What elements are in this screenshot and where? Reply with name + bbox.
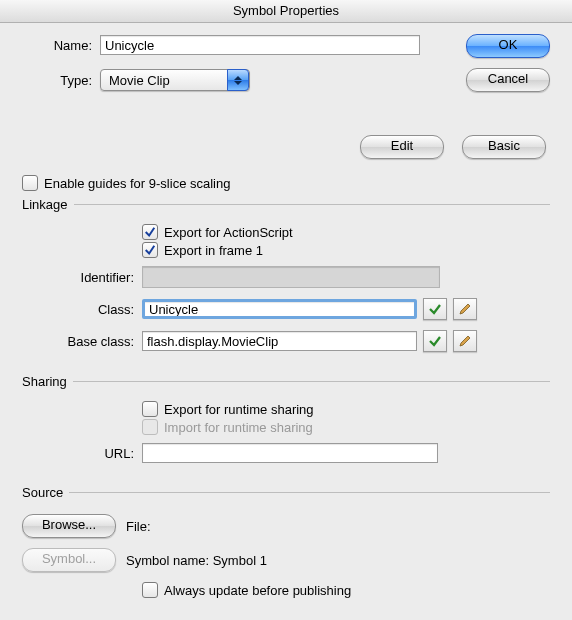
type-popup-value: Movie Clip <box>109 73 170 88</box>
enable-9slice-label: Enable guides for 9-slice scaling <box>44 176 230 191</box>
divider <box>74 204 550 205</box>
cancel-button[interactable]: Cancel <box>466 68 550 92</box>
class-validate-button[interactable] <box>423 298 447 320</box>
export-runtime-checkbox[interactable] <box>142 401 158 417</box>
symbol-button: Symbol... <box>22 548 116 572</box>
name-input[interactable] <box>100 35 420 55</box>
divider <box>73 381 550 382</box>
class-input[interactable] <box>142 299 417 319</box>
type-popup[interactable]: Movie Clip <box>100 69 250 91</box>
identifier-input <box>142 266 440 288</box>
identifier-label: Identifier: <box>22 270 142 285</box>
baseclass-validate-button[interactable] <box>423 330 447 352</box>
baseclass-label: Base class: <box>22 334 142 349</box>
linkage-group-label: Linkage <box>22 197 68 212</box>
export-frame1-checkbox[interactable] <box>142 242 158 258</box>
always-update-checkbox[interactable] <box>142 582 158 598</box>
export-actionscript-checkbox[interactable] <box>142 224 158 240</box>
import-runtime-checkbox <box>142 419 158 435</box>
export-actionscript-label: Export for ActionScript <box>164 225 293 240</box>
import-runtime-label: Import for runtime sharing <box>164 420 313 435</box>
symbolname-label: Symbol name: Symbol 1 <box>126 553 267 568</box>
sharing-group-label: Sharing <box>22 374 67 389</box>
class-edit-button[interactable] <box>453 298 477 320</box>
baseclass-edit-button[interactable] <box>453 330 477 352</box>
ok-button[interactable]: OK <box>466 34 550 58</box>
pencil-icon <box>458 334 472 348</box>
basic-button[interactable]: Basic <box>462 135 546 159</box>
edit-button[interactable]: Edit <box>360 135 444 159</box>
divider <box>69 492 550 493</box>
export-runtime-label: Export for runtime sharing <box>164 402 314 417</box>
url-label: URL: <box>22 446 142 461</box>
url-input[interactable] <box>142 443 438 463</box>
always-update-label: Always update before publishing <box>164 583 351 598</box>
baseclass-input[interactable] <box>142 331 417 351</box>
check-icon <box>428 302 442 316</box>
type-label: Type: <box>22 73 100 88</box>
popup-arrows-icon <box>227 69 249 91</box>
pencil-icon <box>458 302 472 316</box>
name-label: Name: <box>22 38 100 53</box>
export-frame1-label: Export in frame 1 <box>164 243 263 258</box>
file-label: File: <box>126 519 151 534</box>
window-title: Symbol Properties <box>0 0 572 23</box>
source-group-label: Source <box>22 485 63 500</box>
check-icon <box>428 334 442 348</box>
class-label: Class: <box>22 302 142 317</box>
enable-9slice-checkbox[interactable] <box>22 175 38 191</box>
browse-button[interactable]: Browse... <box>22 514 116 538</box>
